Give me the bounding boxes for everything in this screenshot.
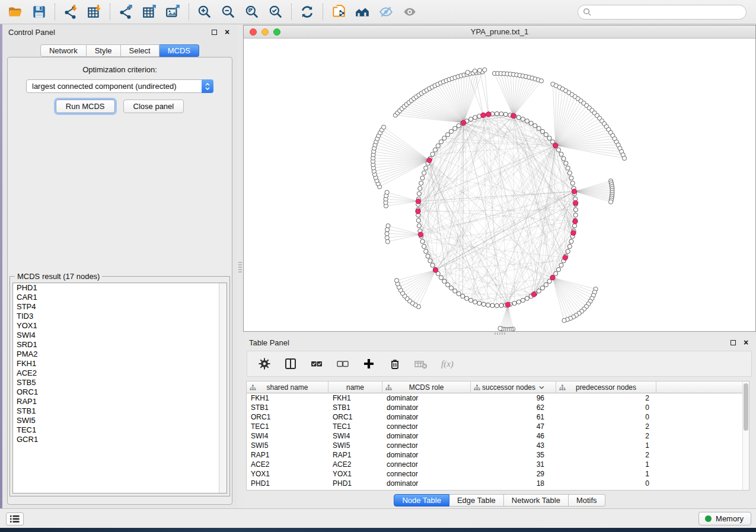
column-header-name[interactable]: name xyxy=(328,382,382,393)
mcds-result-item[interactable]: ACE2 xyxy=(13,368,227,378)
hide-selected-button[interactable] xyxy=(374,2,398,22)
table-scrollbar[interactable] xyxy=(742,382,749,490)
tab-select[interactable]: Select xyxy=(121,44,160,57)
tab-mcds[interactable]: MCDS xyxy=(160,44,199,57)
table-row[interactable]: PHD1PHD1dominator180 xyxy=(247,479,742,488)
mcds-result-item[interactable]: STP4 xyxy=(13,302,227,312)
import-network-button[interactable] xyxy=(59,2,82,22)
add-column-button[interactable] xyxy=(359,354,379,374)
export-network-button[interactable] xyxy=(114,2,138,22)
duplicate-network-button[interactable] xyxy=(327,2,350,22)
cell-mcds-role: connector xyxy=(382,422,471,431)
tab-motifs[interactable]: Motifs xyxy=(569,494,605,507)
browse-columns-button[interactable] xyxy=(280,354,301,374)
mcds-result-item[interactable]: TEC1 xyxy=(13,425,227,435)
mcds-result-item[interactable]: ORC1 xyxy=(13,387,227,397)
mcds-result-item[interactable]: STB1 xyxy=(13,406,227,416)
tab-edge-table[interactable]: Edge Table xyxy=(449,494,504,507)
mcds-result-item[interactable]: TID3 xyxy=(13,312,227,321)
cell-shared-name: RAP1 xyxy=(247,450,328,460)
first-neighbors-button[interactable] xyxy=(350,2,374,22)
column-tree-icon xyxy=(559,384,566,391)
close-table-panel-icon[interactable]: × xyxy=(742,338,750,347)
cell-predecessor-nodes: 0 xyxy=(556,403,656,412)
table-row[interactable]: RAP1RAP1dominator352 xyxy=(247,450,742,460)
mcds-result-list[interactable]: PHD1CAR1STP4TID3YOX1SWI4SRD1PMA2FKH1ACE2… xyxy=(12,283,227,493)
table-row[interactable]: TEC1TEC1connector472 xyxy=(247,422,742,431)
vertical-splitter[interactable] xyxy=(237,25,243,508)
close-panel-button[interactable]: Close panel xyxy=(123,100,184,113)
table-row[interactable]: ORC1ORC1dominator610 xyxy=(247,412,742,422)
column-header-successor-nodes[interactable]: successor nodes xyxy=(471,382,556,393)
toolbar-separator xyxy=(291,4,292,20)
export-table-button[interactable] xyxy=(138,2,161,22)
table-row[interactable]: ACE2ACE2connector311 xyxy=(247,460,742,469)
task-history-button[interactable] xyxy=(6,512,24,525)
search-input[interactable] xyxy=(578,5,747,20)
select-all-button[interactable] xyxy=(307,354,327,374)
open-file-button[interactable] xyxy=(4,2,27,22)
table-row[interactable]: STB1STB1dominator620 xyxy=(247,403,742,412)
export-image-button[interactable] xyxy=(161,2,185,22)
tab-style[interactable]: Style xyxy=(87,44,121,57)
column-label: predecessor nodes xyxy=(576,383,636,392)
mcds-result-item[interactable]: RAP1 xyxy=(13,397,227,406)
float-table-panel-icon[interactable] xyxy=(729,338,737,347)
import-table-button[interactable] xyxy=(82,2,106,22)
table-row[interactable]: YOX1YOX1connector291 xyxy=(247,469,742,479)
table-panel: Table Panel × f(x) shared namenameMCDS r… xyxy=(243,335,756,508)
column-label: shared name xyxy=(266,383,308,392)
delete-table-button[interactable] xyxy=(411,354,431,374)
table-toolbar: f(x) xyxy=(247,351,752,377)
import-table-icon xyxy=(87,4,102,20)
mcds-result-item[interactable]: CAR1 xyxy=(13,293,227,302)
mcds-result-item[interactable]: SWI4 xyxy=(13,331,227,340)
tab-node-table[interactable]: Node Table xyxy=(394,494,449,507)
mcds-result-item[interactable]: GCR1 xyxy=(13,435,227,444)
network-canvas[interactable] xyxy=(244,39,755,331)
table-options-gear-button[interactable] xyxy=(254,354,275,374)
toolbar-separator xyxy=(110,4,110,20)
zoom-selected-button[interactable] xyxy=(264,2,288,22)
cell-mcds-role: dominator xyxy=(382,450,471,460)
zoom-in-button[interactable] xyxy=(193,2,216,22)
criterion-value: largest connected component (undirected) xyxy=(32,82,177,91)
clear-selection-button[interactable] xyxy=(333,354,353,374)
refresh-view-button[interactable] xyxy=(295,2,319,22)
close-panel-icon[interactable]: × xyxy=(223,28,231,36)
delete-column-button[interactable] xyxy=(385,354,405,374)
table-row[interactable]: SWI4SWI4dominator462 xyxy=(247,431,742,441)
criterion-select[interactable]: largest connected component (undirected) xyxy=(26,79,213,93)
show-all-button[interactable] xyxy=(398,2,422,22)
mcds-result-item[interactable]: SRD1 xyxy=(13,340,227,350)
cell-mcds-role: dominator xyxy=(382,393,471,403)
mcds-result-item[interactable]: PHD1 xyxy=(13,283,227,293)
node-table: shared namenameMCDS rolesuccessor nodesp… xyxy=(246,381,749,491)
zoom-out-button[interactable] xyxy=(216,2,240,22)
tab-network-table[interactable]: Network Table xyxy=(504,494,569,507)
cell-successor-nodes: 18 xyxy=(471,479,556,488)
table-row[interactable]: SWI5SWI5connector431 xyxy=(247,441,742,450)
mcds-result-item[interactable]: SWI5 xyxy=(13,416,227,425)
table-row[interactable]: FKH1FKH1dominator962 xyxy=(247,393,742,403)
float-panel-icon[interactable] xyxy=(210,28,218,36)
column-header-mcds-role[interactable]: MCDS role xyxy=(382,382,471,393)
search-icon xyxy=(583,8,592,17)
run-mcds-button[interactable]: Run MCDS xyxy=(56,100,115,113)
column-header-shared-name[interactable]: shared name xyxy=(247,382,328,393)
list-scrollbar[interactable] xyxy=(219,283,227,493)
mcds-result-item[interactable]: STB5 xyxy=(13,378,227,387)
column-header-predecessor-nodes[interactable]: predecessor nodes xyxy=(556,382,656,393)
mcds-result-item[interactable]: FKH1 xyxy=(13,359,227,368)
horizontal-splitter[interactable] xyxy=(243,331,756,335)
memory-button[interactable]: Memory xyxy=(698,512,751,525)
mcds-result-item[interactable]: YOX1 xyxy=(13,321,227,331)
network-graph[interactable] xyxy=(244,39,755,331)
save-session-button[interactable] xyxy=(27,2,51,22)
function-builder-button[interactable]: f(x) xyxy=(437,354,457,374)
zoom-fit-button[interactable] xyxy=(240,2,264,22)
tab-network[interactable]: Network xyxy=(40,44,87,57)
cell-mcds-role: connector xyxy=(382,441,471,450)
cell-name: TEC1 xyxy=(328,422,382,431)
mcds-result-item[interactable]: PMA2 xyxy=(13,350,227,359)
